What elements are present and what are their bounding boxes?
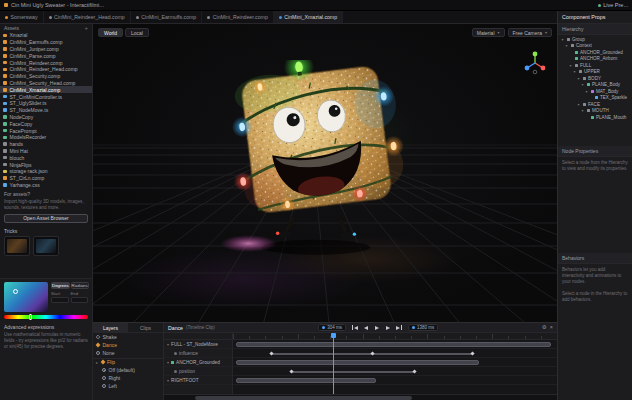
track-name[interactable]: ▾FULL - ST_NodeMove — [164, 340, 232, 349]
keyframe[interactable] — [289, 369, 293, 373]
asset-list-item[interactable]: storage rack.json — [0, 168, 92, 175]
hierarchy-node[interactable]: PLANE_Mouth — [558, 114, 632, 121]
skip-end-button[interactable] — [395, 324, 403, 332]
timeline-layer[interactable]: Dance — [93, 341, 163, 349]
asset-list-item[interactable]: NinjaFlips — [0, 161, 92, 168]
timeline-layer[interactable]: Off (default) — [93, 366, 163, 374]
asset-list-item[interactable]: ST_CinMiniController.ts — [0, 93, 92, 100]
chevron-icon: ▾ — [576, 102, 581, 107]
axis-gizmo[interactable] — [522, 50, 548, 76]
asset-list-item[interactable]: ST_NodeMove.ts — [0, 107, 92, 114]
asset-list-item[interactable]: Yarhange.css — [0, 182, 92, 189]
assets-help-text: Import high-quality 3D models, images, s… — [4, 199, 88, 211]
asset-list-item[interactable]: CinMini_Reindeer.comp — [0, 59, 92, 66]
clip-bar[interactable] — [236, 378, 375, 383]
track-lane — [233, 358, 557, 367]
layer-state-icon — [96, 343, 101, 348]
radians-toggle-button[interactable]: Radians — [71, 282, 89, 289]
tab-layers[interactable]: Layers — [93, 323, 128, 332]
asset-list-item[interactable]: CinMini_Parse.comp — [0, 52, 92, 59]
editor-tab[interactable]: Somersway — [0, 11, 44, 23]
asset-list-item[interactable]: ST_CirLn.comp — [0, 175, 92, 182]
scrollbar-thumb[interactable] — [195, 396, 411, 400]
live-preview-button[interactable]: Live Pre... — [598, 2, 628, 8]
timeline-scrollbar[interactable] — [164, 394, 557, 400]
timeline-layer[interactable]: None — [93, 349, 163, 357]
end-field-input[interactable] — [71, 297, 89, 303]
current-time-display[interactable]: 304 ms — [318, 324, 346, 331]
material-dropdown[interactable]: Material ▾ — [472, 28, 505, 37]
editor-tab[interactable]: CinMini_Earmuffs.comp — [131, 11, 202, 23]
track-name[interactable]: ▾RIGHTFOOT — [164, 376, 232, 385]
node-type-icon — [575, 57, 578, 60]
editor-tab[interactable]: CinMini_Reindeer_Head.comp — [44, 11, 131, 23]
start-field-input[interactable] — [51, 297, 69, 303]
playhead-handle[interactable] — [331, 333, 336, 338]
timeline-close-icon[interactable]: × — [550, 325, 553, 331]
node-label: MAT_Body — [596, 89, 618, 94]
keyframe[interactable] — [412, 369, 416, 373]
ruler-tick — [476, 336, 477, 339]
hue-slider-handle[interactable] — [29, 314, 32, 320]
timeline-layer[interactable]: Right — [93, 374, 163, 382]
add-asset-icon[interactable]: + — [84, 25, 88, 31]
tab-label: CinMini_Xmazial.comp — [284, 14, 337, 20]
timeline-ruler[interactable] — [233, 333, 557, 340]
asset-list-item[interactable]: ST_UglySlider.ts — [0, 100, 92, 107]
layer-list: ShakeDanceNone▸FlipOff (default)RightLef… — [93, 333, 163, 390]
asset-list-item[interactable]: blouch — [0, 154, 92, 161]
editor-tab[interactable]: CinMini_Xmazial.comp — [274, 11, 343, 23]
color-picker-cursor[interactable] — [13, 289, 18, 294]
prev-frame-button[interactable] — [362, 324, 370, 332]
behaviors-section-header[interactable]: Behaviors — [558, 253, 632, 264]
node-properties-section-header[interactable]: Node Properties — [558, 146, 632, 157]
open-asset-browser-button[interactable]: Open Asset Browser — [4, 214, 88, 223]
timeline-layer[interactable]: ▸Flip — [93, 358, 163, 366]
editor-tab[interactable]: CinMini_Reindeer.comp — [202, 11, 274, 23]
skip-start-button[interactable] — [351, 324, 359, 332]
track-name[interactable]: influence — [164, 349, 232, 358]
degrees-toggle-button[interactable]: Degrees — [51, 282, 70, 289]
timeline-settings-icon[interactable]: ⚙ — [542, 325, 547, 331]
clip-bar[interactable] — [236, 342, 550, 347]
character-xmazial[interactable] — [221, 60, 411, 266]
color-gradient-picker[interactable] — [4, 282, 48, 312]
hue-slider[interactable] — [4, 315, 88, 319]
asset-list-item[interactable]: Xmazial — [0, 32, 92, 39]
world-space-button[interactable]: World — [98, 28, 123, 37]
asset-list-item[interactable]: FacePrompt — [0, 127, 92, 134]
keyframe[interactable] — [471, 351, 475, 355]
timeline-layer[interactable]: Left — [93, 382, 163, 390]
play-button[interactable] — [373, 324, 381, 332]
asset-list-item[interactable]: Mini Hat — [0, 148, 92, 155]
clip-bar[interactable] — [236, 360, 479, 365]
track-name[interactable]: position — [164, 367, 232, 376]
asset-list-item[interactable]: CinMini_Juniper.comp — [0, 46, 92, 53]
local-space-button[interactable]: Local — [125, 28, 149, 37]
asset-list-item[interactable]: CinMini_Security_Head.comp — [0, 80, 92, 87]
hierarchy-section-header[interactable]: Hierarchy — [558, 24, 632, 35]
next-frame-button[interactable] — [384, 324, 392, 332]
trick-thumbnail[interactable] — [33, 236, 59, 256]
asset-list-item[interactable]: CinMini_Xmazial.comp — [0, 86, 92, 93]
asset-list-item[interactable]: FaceCopy — [0, 120, 92, 127]
playhead[interactable] — [333, 333, 334, 394]
tab-clips[interactable]: Clips — [128, 323, 163, 332]
camera-dropdown[interactable]: Free Camera ▾ — [508, 28, 552, 37]
asset-list-item[interactable]: NodeCopy — [0, 114, 92, 121]
asset-list-item[interactable]: ModelsRecorder — [0, 134, 92, 141]
duration-display[interactable]: 1380 ms — [408, 324, 438, 331]
keyframe[interactable] — [370, 351, 374, 355]
asset-list-item[interactable]: CinMini_Security.comp — [0, 73, 92, 80]
clip-bar[interactable] — [291, 371, 414, 373]
trick-thumbnail[interactable] — [4, 236, 30, 256]
chevron-icon: ▾ — [167, 378, 169, 383]
timeline-layer[interactable]: Shake — [93, 333, 163, 341]
asset-list-item[interactable]: CinMini_Reindeer_Head.comp — [0, 66, 92, 73]
asset-list-item[interactable]: hands — [0, 141, 92, 148]
track-name[interactable]: ▾ANCHOR_Grounded — [164, 358, 232, 367]
asset-list-item[interactable]: CinMini_Earmuffs.comp — [0, 39, 92, 46]
asset-type-icon — [3, 149, 7, 153]
chevron-icon: ▾ — [560, 37, 565, 42]
end-field-label: End — [71, 291, 89, 296]
